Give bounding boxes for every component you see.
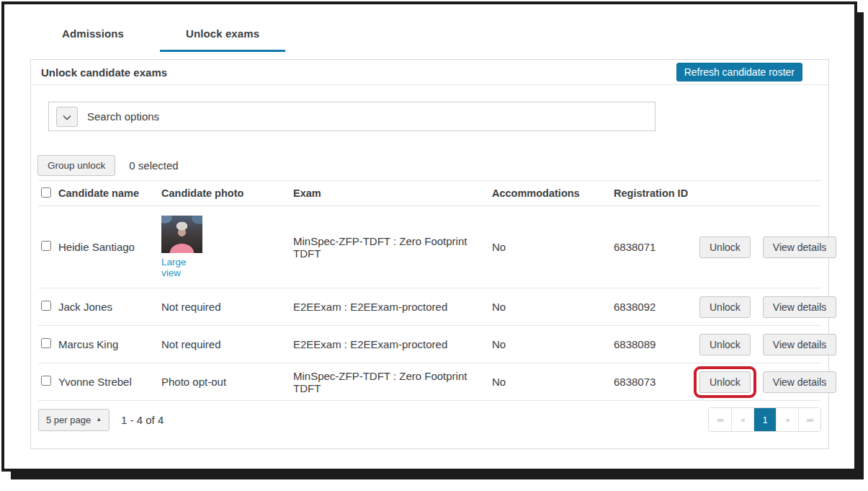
pagination-bar: 5 per page ▲ 1 - 4 of 4 «« « 1 » »» xyxy=(38,407,821,448)
column-header-candidate-photo: Candidate photo xyxy=(161,187,293,199)
app-window: Admissions Unlock exams Unlock candidate… xyxy=(1,1,857,472)
pager: «« « 1 » »» xyxy=(708,407,821,432)
row-checkbox[interactable] xyxy=(41,376,51,386)
candidate-name: Jack Jones xyxy=(58,301,161,313)
per-page-dropdown[interactable]: 5 per page ▲ xyxy=(38,409,109,431)
search-options-label: Search options xyxy=(87,110,159,123)
candidate-name: Yvonne Strebel xyxy=(58,376,161,388)
search-section: Search options xyxy=(31,85,828,131)
unlock-exams-panel: Unlock candidate exams Refresh candidate… xyxy=(30,59,829,449)
unlock-button[interactable]: Unlock xyxy=(699,296,751,318)
screenshot-frame: Admissions Unlock exams Unlock candidate… xyxy=(0,0,868,491)
select-all-checkbox[interactable] xyxy=(41,187,51,198)
table-toolbar: Group unlock 0 selected xyxy=(37,155,828,176)
candidate-table: Candidate name Candidate photo Exam Acco… xyxy=(38,180,821,401)
candidate-name: Marcus King xyxy=(58,338,161,350)
column-header-accommodations: Accommodations xyxy=(492,187,614,199)
row-checkbox[interactable] xyxy=(41,301,51,311)
table-header-row: Candidate name Candidate photo Exam Acco… xyxy=(38,180,821,206)
page-next-button[interactable]: » xyxy=(776,408,798,431)
exam: MinSpec-ZFP-TDFT : Zero Footprint TDFT xyxy=(293,370,492,394)
column-header-exam: Exam xyxy=(293,187,492,199)
table-row: Jack Jones Not required E2EExam : E2EExa… xyxy=(38,288,821,326)
tab-bar: Admissions Unlock exams xyxy=(4,4,854,52)
candidate-name: Heidie Santiago xyxy=(58,241,161,253)
accommodations: No xyxy=(492,301,614,313)
refresh-candidate-roster-button[interactable]: Refresh candidate roster xyxy=(676,63,802,81)
unlock-button[interactable]: Unlock xyxy=(699,236,751,258)
unlock-button[interactable]: Unlock xyxy=(699,334,751,355)
table-row: Yvonne Strebel Photo opt-out MinSpec-ZFP… xyxy=(38,363,821,401)
row-checkbox[interactable] xyxy=(41,338,51,348)
tab-admissions[interactable]: Admissions xyxy=(36,22,150,52)
page-first-button[interactable]: «« xyxy=(709,408,731,431)
table-row: Marcus King Not required E2EExam : E2EEx… xyxy=(38,326,821,363)
row-checkbox[interactable] xyxy=(41,241,51,251)
unlock-button[interactable]: Unlock xyxy=(699,371,751,393)
page-prev-button[interactable]: « xyxy=(731,408,753,431)
chevron-down-icon xyxy=(63,110,71,123)
panel-header: Unlock candidate exams Refresh candidate… xyxy=(31,60,828,85)
search-options-bar: Search options xyxy=(48,102,656,131)
accommodations: No xyxy=(492,376,614,388)
page-1-button[interactable]: 1 xyxy=(753,408,776,431)
view-details-button[interactable]: View details xyxy=(763,334,836,355)
candidate-photo-status: Photo opt-out xyxy=(161,376,293,388)
column-header-candidate-name: Candidate name xyxy=(58,187,161,199)
exam: E2EExam : E2EExam-proctored xyxy=(293,338,492,350)
view-details-button[interactable]: View details xyxy=(763,371,836,393)
candidate-photo xyxy=(161,216,202,253)
column-header-registration-id: Registration ID xyxy=(614,187,699,199)
page-last-button[interactable]: »» xyxy=(798,408,820,431)
accommodations: No xyxy=(492,241,614,253)
caret-up-icon: ▲ xyxy=(96,417,102,423)
registration-id: 6838092 xyxy=(614,301,699,313)
tab-unlock-exams[interactable]: Unlock exams xyxy=(160,22,285,52)
candidate-photo-status: Not required xyxy=(161,338,293,350)
group-unlock-button[interactable]: Group unlock xyxy=(37,155,115,176)
registration-id: 6838089 xyxy=(614,338,699,350)
selected-count: 0 selected xyxy=(129,159,178,172)
exam: MinSpec-ZFP-TDFT : Zero Footprint TDFT xyxy=(293,235,492,260)
panel-title: Unlock candidate exams xyxy=(41,66,167,79)
accommodations: No xyxy=(492,338,614,350)
large-view-link[interactable]: Large view xyxy=(161,257,202,278)
registration-id: 6838071 xyxy=(614,241,699,253)
view-details-button[interactable]: View details xyxy=(763,236,836,258)
registration-id: 6838073 xyxy=(614,376,699,388)
annotation-highlight: Unlock xyxy=(694,366,756,398)
pagination-range: 1 - 4 of 4 xyxy=(121,414,164,426)
view-details-button[interactable]: View details xyxy=(763,296,836,318)
candidate-photo-status: Not required xyxy=(161,301,293,313)
search-options-toggle[interactable] xyxy=(56,107,78,127)
exam: E2EExam : E2EExam-proctored xyxy=(293,301,492,313)
per-page-label: 5 per page xyxy=(46,415,91,425)
table-row: Heidie Santiago Large view MinSpec-ZFP-T… xyxy=(38,206,821,288)
